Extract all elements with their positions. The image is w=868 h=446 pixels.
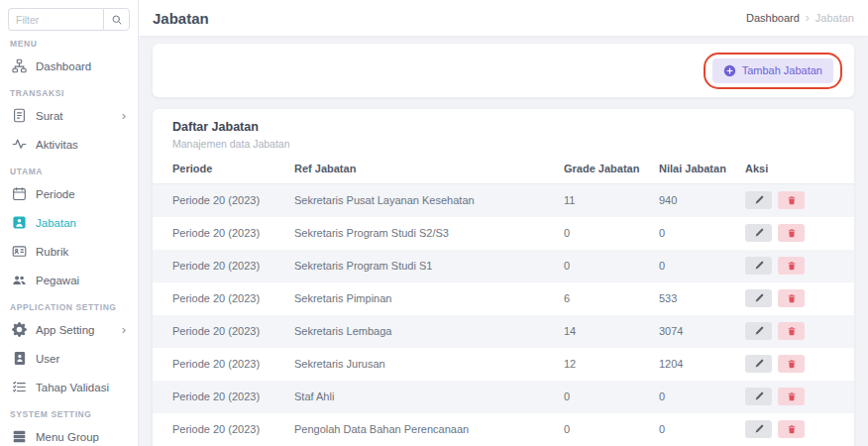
trash-icon <box>787 326 797 336</box>
sidebar-item-menu-group[interactable]: Menu Group <box>0 422 138 446</box>
table-row: Periode 20 (2023)Sekretaris Jurusan12120… <box>153 348 854 381</box>
column-header: Grade Jabatan <box>556 157 651 184</box>
file-icon <box>12 108 27 123</box>
pencil-icon <box>754 424 764 434</box>
filter-input[interactable] <box>8 8 103 31</box>
delete-button[interactable] <box>778 388 805 405</box>
pencil-icon <box>754 293 764 303</box>
delete-button[interactable] <box>778 224 805 242</box>
filter-search-button[interactable] <box>103 8 130 31</box>
cell-nilai-jabatan: 0 <box>651 413 737 446</box>
plus-circle-icon <box>723 64 736 77</box>
table-row: Periode 20 (2023)Sekretaris Program Stud… <box>153 250 854 282</box>
cell-grade-jabatan: 11 <box>556 184 651 217</box>
delete-button[interactable] <box>778 289 805 307</box>
edit-button[interactable] <box>745 224 772 242</box>
cell-periode: Periode 20 (2023) <box>153 217 286 250</box>
delete-button[interactable] <box>778 355 805 373</box>
nav-section-label: MENU <box>0 39 138 52</box>
person-badge-icon <box>12 215 27 230</box>
content: Tambah Jabatan Daftar Jabatan Manajemen … <box>139 36 868 446</box>
chevron-right-icon: › <box>122 111 126 121</box>
sidebar-item-label: Menu Group <box>36 430 99 444</box>
sidebar-item-label: Tahap Validasi <box>36 381 109 394</box>
cell-grade-jabatan: 0 <box>556 381 651 413</box>
chevron-right-icon: › <box>122 325 126 335</box>
cell-periode: Periode 20 (2023) <box>153 315 286 348</box>
sidebar-item-app-setting[interactable]: App Setting› <box>0 315 138 344</box>
sidebar-item-user[interactable]: User <box>0 344 138 373</box>
sidebar-item-surat[interactable]: Surat› <box>0 101 138 130</box>
nav-section-label: SYSTEM SETTING <box>0 409 138 422</box>
breadcrumb: Dashboard › Jabatan <box>746 11 854 25</box>
trash-icon <box>787 359 797 369</box>
sidebar-item-dashboard[interactable]: Dashboard <box>0 52 138 80</box>
sidebar-item-pegawai[interactable]: Pegawai <box>0 266 138 294</box>
activity-icon <box>12 137 27 152</box>
server-icon <box>12 429 27 444</box>
cell-ref-jabatan: Pengolah Data Bahan Perencanaan <box>286 413 556 446</box>
sidebar-item-label: Rubrik <box>36 245 68 259</box>
cell-ref-jabatan: Sekretaris Program Studi S1 <box>286 250 556 282</box>
edit-button[interactable] <box>745 420 772 438</box>
table-body: Periode 20 (2023)Sekretaris Pusat Layana… <box>153 184 854 446</box>
sidebar-item-tahap-validasi[interactable]: Tahap Validasi <box>0 373 138 401</box>
cell-grade-jabatan: 14 <box>556 315 651 348</box>
column-header: Periode <box>153 157 286 184</box>
table-row: Periode 20 (2023)Sekretaris Pimpinan6533 <box>153 282 854 315</box>
annotation-highlight: Tambah Jabatan <box>704 53 842 89</box>
sidebar-item-label: Pegawai <box>36 274 79 287</box>
breadcrumb-dashboard[interactable]: Dashboard <box>746 12 800 24</box>
table-row: Periode 20 (2023)Staf Ahli00 <box>153 381 854 413</box>
delete-button[interactable] <box>778 322 805 340</box>
pencil-icon <box>754 228 764 238</box>
trash-icon <box>787 261 797 271</box>
toolbar-card: Tambah Jabatan <box>153 44 854 97</box>
cell-nilai-jabatan: 0 <box>651 381 737 413</box>
cell-grade-jabatan: 0 <box>556 413 651 446</box>
trash-icon <box>787 293 797 303</box>
cell-grade-jabatan: 6 <box>556 282 651 315</box>
cell-ref-jabatan: Sekretaris Jurusan <box>286 348 556 381</box>
table-card-head: Daftar Jabatan Manajemen data Jabatan <box>153 120 854 157</box>
sidebar-filter-group <box>8 8 130 31</box>
edit-button[interactable] <box>745 191 772 209</box>
edit-button[interactable] <box>745 322 772 340</box>
table-row: Periode 20 (2023)Sekretaris Pusat Layana… <box>153 184 854 217</box>
people-icon <box>12 273 27 287</box>
page-title: Jabatan <box>153 10 209 27</box>
sidebar-item-periode[interactable]: Periode <box>0 179 138 208</box>
breadcrumb-separator: › <box>806 11 810 25</box>
cell-grade-jabatan: 0 <box>556 250 651 282</box>
list-check-icon <box>12 380 27 394</box>
delete-button[interactable] <box>778 420 805 438</box>
delete-button[interactable] <box>778 191 805 209</box>
cell-nilai-jabatan: 1204 <box>651 348 737 381</box>
tambah-jabatan-button[interactable]: Tambah Jabatan <box>712 58 833 83</box>
sidebar-item-label: App Setting <box>36 323 94 337</box>
delete-button[interactable] <box>778 257 805 275</box>
pencil-icon <box>754 391 764 401</box>
edit-button[interactable] <box>745 355 772 373</box>
sidebar-item-label: Periode <box>36 187 75 201</box>
sidebar-item-label: Dashboard <box>36 59 91 73</box>
sidebar-item-label: User <box>36 352 59 366</box>
table-card-subtitle: Manajemen data Jabatan <box>172 138 834 150</box>
vcard-icon <box>12 244 27 259</box>
topbar: Jabatan Dashboard › Jabatan <box>139 0 868 36</box>
sidebar-item-rubrik[interactable]: Rubrik <box>0 237 138 266</box>
table-row: Periode 20 (2023)Sekretaris Program Stud… <box>153 217 854 250</box>
cell-nilai-jabatan: 3074 <box>651 315 737 348</box>
sidebar-item-jabatan[interactable]: Jabatan <box>0 208 138 237</box>
edit-button[interactable] <box>745 289 772 307</box>
column-header: Nilai Jabatan <box>651 157 737 184</box>
calendar-icon <box>12 186 27 201</box>
trash-icon <box>787 391 797 401</box>
pencil-icon <box>754 261 764 271</box>
edit-button[interactable] <box>745 257 772 275</box>
edit-button[interactable] <box>745 388 772 405</box>
nav-section-label: UTAMA <box>0 167 138 179</box>
sidebar-item-aktivitas[interactable]: Aktivitas <box>0 130 138 159</box>
cell-ref-jabatan: Sekretaris Pusat Layanan Kesehatan <box>286 184 556 217</box>
jabatan-table: PeriodeRef JabatanGrade JabatanNilai Jab… <box>153 157 854 446</box>
